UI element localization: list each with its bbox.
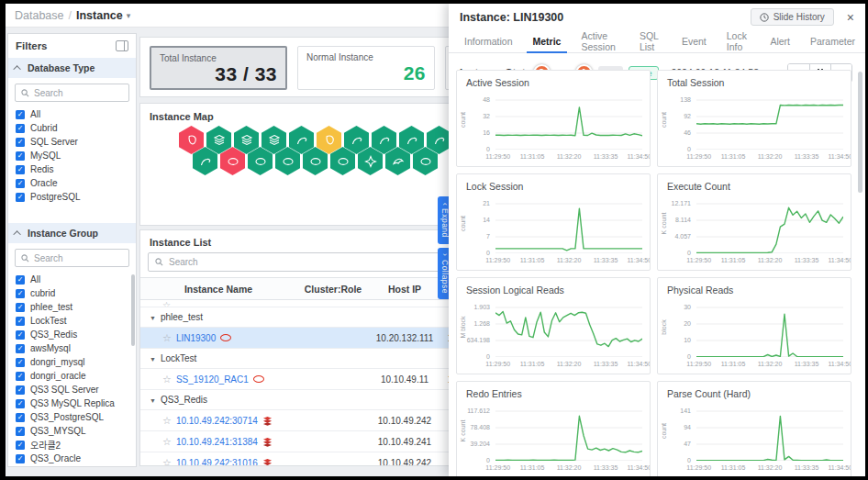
instance-name-link[interactable]: 10.10.49.242:30714 [176,416,258,426]
filter-item-qs3-mysql-replica[interactable]: ✓QS3 MySQL Replica [16,396,136,410]
table-row[interactable]: ☆10.10.49.242:3071410.10.49.2427.2.5A [140,410,455,431]
filter-item-phlee-test[interactable]: ✓phlee_test [16,300,136,314]
instance-name-link[interactable]: 10.10.49.242:31016 [176,458,258,467]
checkbox-checked-icon[interactable]: ✓ [16,358,25,367]
filter-item-qs3-mysql[interactable]: ✓QS3_MYSQL [16,424,136,438]
filter-item-cubrid[interactable]: ✓Cubrid [16,121,136,135]
group-name-cell[interactable]: ▼LockTest [140,349,455,369]
filter-item-postgresql[interactable]: ✓PostgreSQL [16,190,136,204]
favorite-star-icon[interactable]: ☆ [162,415,172,427]
table-row[interactable]: ☆10.10.49.241:3138410.10.49.2417.2.5A [140,431,455,452]
summary-card-normal-instance[interactable]: Normal Instance26 [297,46,435,90]
filter-item-sql-server[interactable]: ✓SQL Server [16,135,136,149]
group-name-cell[interactable]: ▼QS3_Redis [140,390,455,410]
slide-history-button[interactable]: Slide History [751,8,834,26]
checkbox-checked-icon[interactable]: ✓ [16,413,25,422]
group-name-cell[interactable]: ▼phlee_test [140,307,455,328]
checkbox-checked-icon[interactable]: ✓ [16,385,25,395]
host-ip-cell: 10.10.49.242 [370,410,440,431]
filter-item-cubrid[interactable]: ✓cubrid [16,286,136,300]
column-header-instance-name[interactable]: Instance Name [140,278,296,300]
chevron-down-icon[interactable]: ▾ [127,11,131,20]
checkbox-checked-icon[interactable]: ✓ [16,330,25,340]
checkbox-checked-icon[interactable]: ✓ [16,124,25,133]
checkbox-checked-icon[interactable]: ✓ [16,193,25,202]
filter-item-qs3-redis[interactable]: ✓QS3_Redis [16,328,136,341]
checkbox-checked-icon[interactable]: ✓ [16,399,25,408]
chart-y-tick-label: 117.612 [457,407,490,414]
instance-name-link[interactable]: 10.10.49.241:31384 [176,437,258,447]
filter-accordion-instance-group[interactable]: Instance Group [8,223,136,243]
tab-alert[interactable]: Alert [760,30,800,52]
chart-x-tick-label: 11:29:50 [485,361,510,367]
detail-scrollbar[interactable] [858,72,862,193]
chart-y-tick-label: 20 [658,320,691,327]
checkbox-checked-icon[interactable]: ✓ [16,427,25,436]
table-row[interactable]: ☆SS_19120_RAC110.10.49.1119.0.0.0.0A [140,369,455,390]
close-icon[interactable]: × [847,11,854,24]
checkbox-checked-icon[interactable]: ✓ [16,372,25,381]
checkbox-checked-icon[interactable]: ✓ [16,110,25,119]
filter-item-qs3-oracle[interactable]: ✓QS3_Oracle [16,452,136,465]
filter-item-qs3-sql-server[interactable]: ✓QS3 SQL Server [16,383,136,396]
chart-x-tick-label: 11:29:50 [485,257,510,263]
collapse-panel-icon[interactable] [116,40,128,51]
breadcrumb-section[interactable]: Database [15,9,64,22]
filter-item-locktest[interactable]: ✓LockTest [16,314,136,328]
checkbox-checked-icon[interactable]: ✓ [16,317,25,326]
favorite-star-icon[interactable]: ☆ [162,436,172,448]
filter-item-dongri-mysql[interactable]: ✓dongri_mysql [16,355,136,369]
filter-item-all[interactable]: ✓All [16,107,136,121]
checkbox-checked-icon[interactable]: ✓ [16,179,25,188]
checkbox-checked-icon[interactable]: ✓ [16,165,25,174]
checkbox-checked-icon[interactable]: ✓ [16,138,25,147]
checkbox-checked-icon[interactable]: ✓ [16,454,25,463]
filter-search[interactable] [15,84,129,102]
table-row[interactable]: ☆LIN1930010.20.132.11119.0.0.0.0A [140,328,455,349]
chart-active-session: Active Sessioncount016324811:29:5011:31:… [456,70,651,167]
tab-sql-list[interactable]: SQL List [629,30,672,52]
tab-event[interactable]: Event [672,30,717,52]
filter-item-awsmysql[interactable]: ✓awsMysql [16,341,136,355]
column-header-host-ip[interactable]: Host IP [370,278,440,300]
table-group-row: ▼phlee_test [140,307,455,328]
checkbox-checked-icon[interactable]: ✓ [16,441,25,450]
filter-search-input[interactable] [34,253,107,263]
checkbox-checked-icon[interactable]: ✓ [16,151,25,161]
summary-card-total-instance[interactable]: Total Instance33 / 33 [150,46,287,90]
instance-search[interactable] [148,252,447,272]
filter-search-input[interactable] [34,88,107,98]
favorite-star-icon[interactable]: ☆ [162,374,172,385]
filter-item-redis[interactable]: ✓Redis [16,162,136,176]
instance-search-input[interactable] [169,257,440,267]
filter-item-mysql[interactable]: ✓MySQL [16,149,136,162]
filter-item-oracle[interactable]: ✓Oracle [16,176,136,190]
checkbox-checked-icon[interactable]: ✓ [16,289,25,298]
filter-item-all[interactable]: ✓All [16,273,136,286]
filter-item-dongri-oracle[interactable]: ✓dongri_oracle [16,369,136,383]
filter-item-qs3-postgresql[interactable]: ✓QS3_PostgreSQL [16,410,136,424]
filter-search[interactable] [15,249,129,267]
metric-line [495,208,642,251]
filter-accordion-database-type[interactable]: Database Type [8,58,136,78]
group-collapse-icon[interactable]: ▼ [150,397,156,404]
favorite-star-icon[interactable]: ☆ [162,332,172,344]
instance-name-link[interactable]: SS_19120_RAC1 [176,374,249,385]
column-header-cluster-role[interactable]: Cluster:Role [296,278,370,300]
table-row[interactable]: ☆10.10.49.242:3101610.10.49.2427.2.5A [140,452,455,467]
tab-metric[interactable]: Metric [523,30,572,52]
tab-information[interactable]: Information [454,30,523,52]
filter-item-2[interactable]: ✓오라클2 [16,438,136,452]
instance-name-link[interactable]: LIN19300 [176,333,216,343]
breadcrumb-page[interactable]: Instance [76,9,123,22]
tab-lock-info[interactable]: Lock Info [717,30,761,52]
tab-parameter[interactable]: Parameter [800,30,865,52]
checkbox-checked-icon[interactable]: ✓ [16,275,25,285]
group-collapse-icon[interactable]: ▼ [150,315,156,321]
checkbox-checked-icon[interactable]: ✓ [16,344,25,353]
favorite-star-icon[interactable]: ☆ [162,457,172,467]
scrollbar-thumb[interactable] [131,274,135,346]
group-collapse-icon[interactable]: ▼ [150,356,156,363]
checkbox-checked-icon[interactable]: ✓ [16,303,25,312]
tab-active-session[interactable]: Active Session [571,30,629,52]
